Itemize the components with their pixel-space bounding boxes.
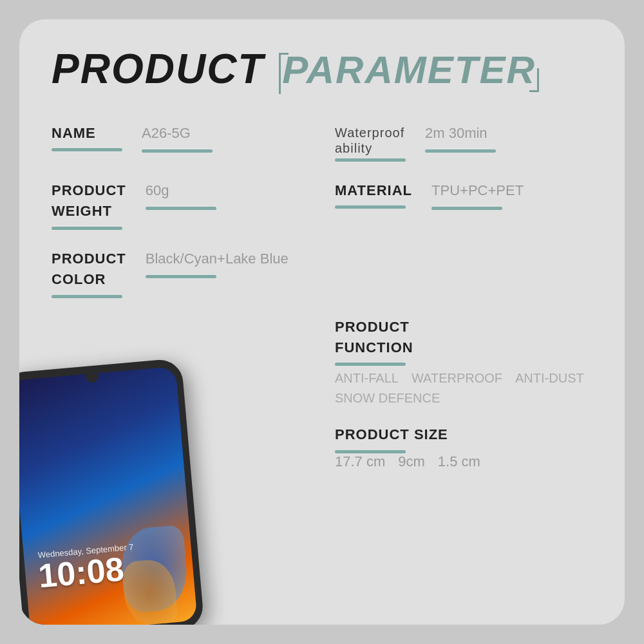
color-value-underline (146, 275, 216, 278)
weight-value: 60g (146, 182, 216, 199)
weight-value-group: 60g (146, 182, 216, 210)
waterproof-section: Waterproof ability 2m 30min (322, 125, 592, 162)
name-value: A26-5G (142, 125, 213, 142)
material-value-group: TPU+PC+PET (431, 182, 524, 210)
material-value: TPU+PC+PET (431, 182, 524, 199)
name-value-group: A26-5G (142, 125, 213, 153)
phone-container: Wednesday, September 7 10:08 (19, 367, 225, 625)
weight-underline (52, 227, 122, 230)
size-val3: 1.5 cm (438, 453, 480, 470)
color-section: PRODUCT COLOR Black/Cyan+Lake Blue (52, 251, 322, 298)
weight-value-underline (146, 207, 216, 210)
func-anti-dust: ANTI-DUST (515, 371, 584, 386)
material-underline (335, 205, 406, 209)
waterproof-label-line1: Waterproof (335, 126, 404, 140)
color-right-empty (322, 251, 592, 298)
product-card: PRODUCT PARAMETER NAME A26-5G Wate (19, 19, 625, 625)
function-underline (335, 363, 406, 366)
size-section: PRODUCT SIZE 17.7 cm 9cm 1.5 cm (322, 426, 592, 469)
waterproof-label-line2: ability (335, 141, 372, 155)
func-anti-fall: ANTI-FALL (335, 371, 399, 386)
color-label-line1: PRODUCT (52, 251, 126, 267)
title-row: PRODUCT PARAMETER (52, 45, 592, 93)
weight-label-line1: PRODUCT (52, 182, 126, 199)
func-snow-defence: SNOW DEFENCE (335, 391, 440, 406)
name-label-group: NAME (52, 125, 122, 151)
title-parameter: PARAMETER (282, 48, 536, 92)
material-label: MATERIAL (335, 182, 412, 199)
weight-label-group: PRODUCT WEIGHT (52, 182, 126, 230)
size-val2: 9cm (398, 453, 425, 470)
title-product: PRODUCT (52, 45, 264, 93)
phone-time: 10:08 (37, 549, 126, 595)
color-label-line2: COLOR (52, 271, 126, 288)
color-value-group: Black/Cyan+Lake Blue (146, 251, 289, 278)
color-value: Black/Cyan+Lake Blue (146, 251, 289, 267)
size-val1: 17.7 cm (335, 453, 385, 470)
row-weight-material: PRODUCT WEIGHT 60g MATERIAL TPU+PC+PET (52, 182, 592, 230)
waterproof-underline (335, 158, 406, 162)
function-section: PRODUCT FUNCTION ANTI-FALL WATERPROOF AN… (322, 319, 592, 406)
waterproof-label-group: Waterproof ability (335, 125, 406, 162)
waterproof-value: 2m 30min (425, 125, 496, 142)
function-label-line1: PRODUCT (335, 319, 592, 336)
row-color: PRODUCT COLOR Black/Cyan+Lake Blue (52, 251, 592, 298)
color-label-group: PRODUCT COLOR (52, 251, 126, 298)
function-label-line2: FUNCTION (335, 339, 592, 356)
name-underline (52, 148, 122, 151)
waterproof-value-underline (425, 149, 496, 153)
phone-mockup: Wednesday, September 7 10:08 (19, 358, 205, 625)
func-waterproof: WATERPROOF (412, 371, 502, 386)
size-label-group: PRODUCT SIZE (335, 426, 592, 453)
name-section: NAME A26-5G (52, 125, 322, 162)
size-label: PRODUCT SIZE (335, 426, 592, 443)
waterproof-value-group: 2m 30min (425, 125, 496, 153)
material-label-group: MATERIAL (335, 182, 412, 209)
color-underline (52, 295, 122, 298)
phone-screen: Wednesday, September 7 10:08 (19, 366, 198, 625)
function-values: ANTI-FALL WATERPROOF ANTI-DUST SNOW DEFE… (335, 371, 592, 406)
name-value-underline (142, 149, 213, 153)
function-label-group: PRODUCT FUNCTION (335, 319, 592, 366)
material-value-underline (431, 207, 502, 210)
weight-section: PRODUCT WEIGHT 60g (52, 182, 322, 230)
phone-notch (86, 373, 99, 383)
name-label: NAME (52, 125, 122, 142)
row-name-waterproof: NAME A26-5G Waterproof ability (52, 125, 592, 162)
weight-label-line2: WEIGHT (52, 203, 126, 220)
material-section: MATERIAL TPU+PC+PET (322, 182, 592, 230)
size-values: 17.7 cm 9cm 1.5 cm (335, 453, 592, 470)
